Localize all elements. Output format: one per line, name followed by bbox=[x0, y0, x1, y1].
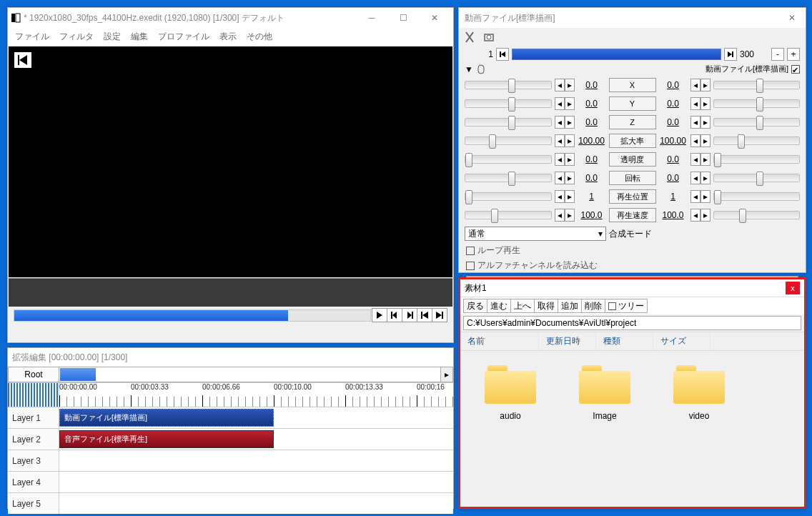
time-ruler[interactable]: 00:00:00.00 00:00:03.33 00:00:06.66 00:0… bbox=[59, 383, 453, 407]
slider-right[interactable] bbox=[713, 192, 801, 201]
seek-bar[interactable] bbox=[512, 49, 721, 60]
slider-left[interactable] bbox=[465, 118, 552, 126]
col-name[interactable]: 名前 bbox=[460, 332, 539, 350]
layer-track[interactable] bbox=[59, 450, 453, 471]
spin-up[interactable]: ▸ bbox=[565, 153, 575, 166]
folder-item[interactable]: Image bbox=[573, 365, 636, 421]
slider-left[interactable] bbox=[465, 192, 552, 201]
prop-plus-button[interactable]: + bbox=[787, 48, 800, 61]
prev-frame-button[interactable] bbox=[387, 308, 402, 322]
play-button[interactable] bbox=[372, 308, 387, 322]
spin-up[interactable]: ▸ bbox=[700, 153, 710, 166]
col-type[interactable]: 種類 bbox=[596, 332, 653, 350]
menu-edit[interactable]: 編集 bbox=[131, 31, 148, 43]
spin-down[interactable]: ◂ bbox=[555, 209, 565, 222]
enable-checkbox[interactable]: ✔ bbox=[791, 65, 800, 74]
clip-video[interactable]: 動画ファイル[標準描画] bbox=[59, 409, 274, 427]
param-button[interactable]: 拡大率 bbox=[609, 134, 656, 148]
slider-right[interactable] bbox=[713, 174, 801, 182]
spin-up[interactable]: ▸ bbox=[700, 116, 710, 129]
layer-label[interactable]: Layer 4 bbox=[8, 472, 59, 492]
slider-left[interactable] bbox=[465, 174, 552, 182]
layer-track[interactable] bbox=[59, 472, 453, 492]
spin-down[interactable]: ◂ bbox=[690, 116, 700, 129]
fb-path-input[interactable] bbox=[463, 316, 801, 330]
slider-left[interactable] bbox=[465, 211, 552, 219]
menu-filter[interactable]: フィルタ bbox=[59, 31, 94, 43]
alpha-checkbox[interactable] bbox=[466, 262, 475, 270]
main-titlebar[interactable]: * 1920x1080_30fps_44100Hz.exedit (1920,1… bbox=[8, 8, 453, 28]
spin-up[interactable]: ▸ bbox=[565, 190, 575, 203]
fb-del-button[interactable]: 削除 bbox=[581, 299, 605, 313]
param-button[interactable]: X bbox=[609, 78, 656, 92]
fb-get-button[interactable]: 取得 bbox=[534, 299, 558, 313]
spin-up[interactable]: ▸ bbox=[700, 190, 710, 203]
spin-up[interactable]: ▸ bbox=[700, 79, 710, 91]
clip-audio[interactable]: 音声ファイル[標準再生] bbox=[59, 430, 274, 448]
timeline-title[interactable]: 拡張編集 [00:00:00.00] [1/300] bbox=[8, 348, 453, 367]
seek-scrollbar[interactable] bbox=[14, 309, 371, 322]
loop-checkbox[interactable] bbox=[466, 247, 475, 255]
value-left[interactable]: 0.0 bbox=[578, 80, 606, 90]
menu-setting[interactable]: 設定 bbox=[104, 31, 121, 43]
slider-right[interactable] bbox=[713, 99, 801, 108]
spin-down[interactable]: ◂ bbox=[555, 116, 565, 129]
slider-left[interactable] bbox=[465, 137, 552, 145]
value-left[interactable]: 100.00 bbox=[578, 136, 606, 146]
spin-up[interactable]: ▸ bbox=[565, 134, 575, 147]
spin-down[interactable]: ◂ bbox=[555, 79, 565, 91]
value-left[interactable]: 100.0 bbox=[578, 210, 606, 220]
spin-down[interactable]: ◂ bbox=[555, 172, 565, 184]
param-button[interactable]: Z bbox=[609, 115, 656, 129]
col-date[interactable]: 更新日時 bbox=[539, 332, 596, 350]
spin-down[interactable]: ◂ bbox=[690, 209, 700, 222]
layer-label[interactable]: Layer 3 bbox=[8, 450, 59, 471]
menu-profile[interactable]: プロファイル bbox=[158, 31, 209, 43]
fb-forward-button[interactable]: 進む bbox=[487, 299, 511, 313]
slider-right[interactable] bbox=[713, 211, 801, 219]
value-left[interactable]: 0.0 bbox=[578, 173, 606, 183]
seek-start-button[interactable] bbox=[496, 48, 509, 61]
goto-last-button[interactable] bbox=[432, 308, 447, 322]
layer-track[interactable] bbox=[59, 493, 453, 514]
blend-mode-select[interactable]: 通常▾ bbox=[465, 227, 606, 241]
value-right[interactable]: 0.0 bbox=[659, 154, 688, 164]
param-button[interactable]: Y bbox=[609, 96, 656, 111]
value-right[interactable]: 100.0 bbox=[659, 210, 688, 220]
param-button[interactable]: 再生速度 bbox=[609, 208, 656, 222]
slider-left[interactable] bbox=[465, 155, 552, 164]
value-left[interactable]: 1 bbox=[578, 192, 606, 202]
fb-close-button[interactable]: x bbox=[786, 282, 800, 294]
spin-down[interactable]: ◂ bbox=[690, 190, 700, 203]
spin-down[interactable]: ◂ bbox=[555, 134, 565, 147]
spin-up[interactable]: ▸ bbox=[565, 209, 575, 222]
spin-up[interactable]: ▸ bbox=[565, 172, 575, 184]
goto-start-icon[interactable] bbox=[14, 52, 31, 68]
video-preview[interactable] bbox=[9, 46, 452, 277]
value-right[interactable]: 0.0 bbox=[659, 173, 688, 183]
value-left[interactable]: 0.0 bbox=[578, 99, 606, 109]
spin-up[interactable]: ▸ bbox=[565, 97, 575, 110]
spin-down[interactable]: ◂ bbox=[555, 153, 565, 166]
value-left[interactable]: 0.0 bbox=[578, 154, 606, 164]
menu-view[interactable]: 表示 bbox=[219, 31, 237, 43]
seek-end-button[interactable] bbox=[724, 48, 737, 61]
folder-item[interactable]: audio bbox=[479, 365, 542, 421]
root-button[interactable]: Root bbox=[8, 367, 59, 382]
spin-up[interactable]: ▸ bbox=[700, 134, 710, 147]
prop-minus-button[interactable]: - bbox=[771, 48, 784, 61]
slider-right[interactable] bbox=[713, 137, 801, 145]
prop-close-button[interactable]: ✕ bbox=[781, 8, 803, 28]
goto-first-button[interactable] bbox=[417, 308, 432, 322]
slider-right[interactable] bbox=[713, 118, 801, 126]
scroll-right-button[interactable]: ▸ bbox=[440, 367, 452, 382]
spin-down[interactable]: ◂ bbox=[690, 172, 700, 184]
spin-down[interactable]: ◂ bbox=[555, 97, 565, 110]
param-button[interactable]: 回転 bbox=[609, 171, 656, 185]
spin-down[interactable]: ◂ bbox=[690, 134, 700, 147]
param-button[interactable]: 再生位置 bbox=[609, 189, 656, 204]
cut-icon[interactable] bbox=[465, 31, 477, 44]
spin-down[interactable]: ◂ bbox=[690, 153, 700, 166]
spin-up[interactable]: ▸ bbox=[565, 116, 575, 129]
folder-item[interactable]: video bbox=[668, 365, 731, 421]
